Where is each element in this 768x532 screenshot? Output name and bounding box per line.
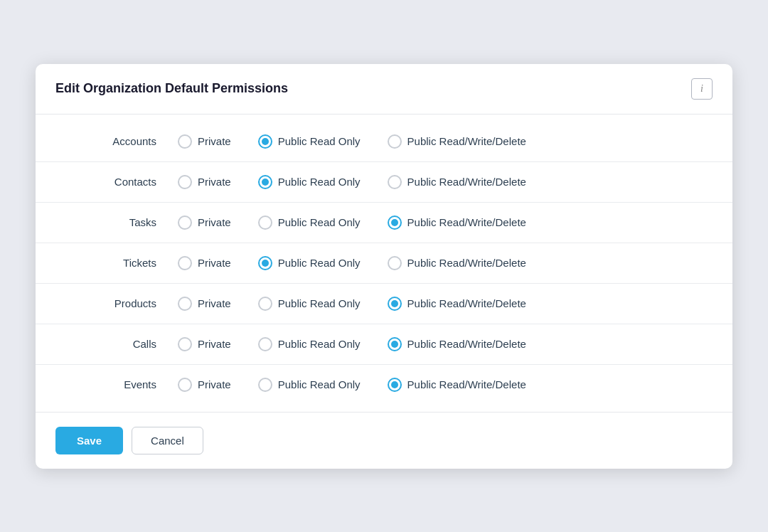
options-contacts: PrivatePublic Read OnlyPublic Read/Write… — [178, 175, 690, 189]
option-contacts-public_read_only[interactable]: Public Read Only — [258, 175, 361, 189]
option-label-products-public_read_only: Public Read Only — [278, 297, 361, 309]
permission-row-tasks: TasksPrivatePublic Read OnlyPublic Read/… — [36, 203, 732, 243]
radio-inner-calls-public_read_write_delete — [391, 341, 398, 348]
radio-tickets-public_read_only — [258, 256, 272, 270]
cancel-button[interactable]: Cancel — [132, 427, 203, 454]
option-label-contacts-private: Private — [198, 176, 231, 188]
radio-tickets-private — [178, 256, 192, 270]
options-tasks: PrivatePublic Read OnlyPublic Read/Write… — [178, 216, 690, 230]
radio-accounts-public_read_write_delete — [388, 134, 402, 149]
option-events-private[interactable]: Private — [178, 378, 231, 392]
radio-products-public_read_only — [258, 297, 272, 311]
option-label-calls-private: Private — [198, 338, 231, 350]
option-label-tasks-private: Private — [198, 216, 231, 228]
permission-row-events: EventsPrivatePublic Read OnlyPublic Read… — [36, 365, 732, 405]
radio-inner-contacts-public_read_only — [262, 179, 269, 186]
option-products-public_read_write_delete[interactable]: Public Read/Write/Delete — [388, 297, 526, 311]
row-label-accounts: Accounts — [78, 135, 156, 147]
radio-inner-tickets-public_read_only — [262, 260, 269, 267]
radio-events-public_read_write_delete — [388, 378, 402, 392]
radio-calls-public_read_only — [258, 337, 272, 351]
option-label-tasks-public_read_write_delete: Public Read/Write/Delete — [407, 216, 526, 228]
option-tasks-public_read_write_delete[interactable]: Public Read/Write/Delete — [388, 216, 526, 230]
row-label-contacts: Contacts — [78, 176, 156, 188]
row-label-products: Products — [78, 297, 156, 309]
option-tickets-public_read_only[interactable]: Public Read Only — [258, 256, 361, 270]
option-calls-private[interactable]: Private — [178, 337, 231, 351]
option-contacts-public_read_write_delete[interactable]: Public Read/Write/Delete — [388, 175, 526, 189]
radio-accounts-public_read_only — [258, 134, 272, 149]
option-tickets-private[interactable]: Private — [178, 256, 231, 270]
option-products-private[interactable]: Private — [178, 297, 231, 311]
options-calls: PrivatePublic Read OnlyPublic Read/Write… — [178, 337, 690, 351]
options-products: PrivatePublic Read OnlyPublic Read/Write… — [178, 297, 690, 311]
option-label-tickets-public_read_only: Public Read Only — [278, 257, 361, 269]
radio-tasks-public_read_write_delete — [388, 216, 402, 230]
option-accounts-public_read_only[interactable]: Public Read Only — [258, 134, 361, 149]
radio-inner-products-public_read_write_delete — [391, 300, 398, 307]
radio-tasks-private — [178, 216, 192, 230]
row-label-tasks: Tasks — [78, 216, 156, 228]
option-tasks-private[interactable]: Private — [178, 216, 231, 230]
option-label-accounts-public_read_only: Public Read Only — [278, 135, 361, 147]
radio-events-public_read_only — [258, 378, 272, 392]
radio-tickets-public_read_write_delete — [388, 256, 402, 270]
option-products-public_read_only[interactable]: Public Read Only — [258, 297, 361, 311]
option-calls-public_read_write_delete[interactable]: Public Read/Write/Delete — [388, 337, 526, 351]
permission-row-tickets: TicketsPrivatePublic Read OnlyPublic Rea… — [36, 243, 732, 284]
radio-tasks-public_read_only — [258, 216, 272, 230]
radio-contacts-public_read_write_delete — [388, 175, 402, 189]
option-accounts-private[interactable]: Private — [178, 134, 231, 149]
option-label-contacts-public_read_only: Public Read Only — [278, 176, 361, 188]
option-label-calls-public_read_only: Public Read Only — [278, 338, 361, 350]
dialog-header: Edit Organization Default Permissions i — [36, 64, 732, 115]
radio-products-private — [178, 297, 192, 311]
options-events: PrivatePublic Read OnlyPublic Read/Write… — [178, 378, 690, 392]
options-tickets: PrivatePublic Read OnlyPublic Read/Write… — [178, 256, 690, 270]
radio-inner-events-public_read_write_delete — [391, 381, 398, 388]
permission-row-contacts: ContactsPrivatePublic Read OnlyPublic Re… — [36, 162, 732, 203]
option-tasks-public_read_only[interactable]: Public Read Only — [258, 216, 361, 230]
option-label-products-private: Private — [198, 297, 231, 309]
radio-products-public_read_write_delete — [388, 297, 402, 311]
dialog-body: AccountsPrivatePublic Read OnlyPublic Re… — [36, 115, 732, 412]
radio-calls-private — [178, 337, 192, 351]
option-accounts-public_read_write_delete[interactable]: Public Read/Write/Delete — [388, 134, 526, 149]
option-events-public_read_write_delete[interactable]: Public Read/Write/Delete — [388, 378, 526, 392]
save-button[interactable]: Save — [55, 427, 123, 454]
edit-permissions-dialog: Edit Organization Default Permissions i … — [36, 64, 732, 469]
option-label-events-private: Private — [198, 378, 231, 390]
radio-events-private — [178, 378, 192, 392]
dialog-title: Edit Organization Default Permissions — [55, 81, 288, 96]
radio-inner-accounts-public_read_only — [262, 138, 269, 145]
row-label-tickets: Tickets — [78, 257, 156, 269]
row-label-events: Events — [78, 378, 156, 390]
options-accounts: PrivatePublic Read OnlyPublic Read/Write… — [178, 134, 690, 149]
option-label-tickets-private: Private — [198, 257, 231, 269]
radio-accounts-private — [178, 134, 192, 149]
option-events-public_read_only[interactable]: Public Read Only — [258, 378, 361, 392]
option-calls-public_read_only[interactable]: Public Read Only — [258, 337, 361, 351]
option-label-calls-public_read_write_delete: Public Read/Write/Delete — [407, 338, 526, 350]
row-label-calls: Calls — [78, 338, 156, 350]
option-label-accounts-public_read_write_delete: Public Read/Write/Delete — [407, 135, 526, 147]
option-label-events-public_read_only: Public Read Only — [278, 378, 361, 390]
option-label-tasks-public_read_only: Public Read Only — [278, 216, 361, 228]
radio-inner-tasks-public_read_write_delete — [391, 219, 398, 226]
permission-row-products: ProductsPrivatePublic Read OnlyPublic Re… — [36, 284, 732, 324]
radio-calls-public_read_write_delete — [388, 337, 402, 351]
permission-row-accounts: AccountsPrivatePublic Read OnlyPublic Re… — [36, 122, 732, 162]
option-contacts-private[interactable]: Private — [178, 175, 231, 189]
radio-contacts-private — [178, 175, 192, 189]
option-tickets-public_read_write_delete[interactable]: Public Read/Write/Delete — [388, 256, 526, 270]
info-button[interactable]: i — [691, 78, 713, 100]
radio-contacts-public_read_only — [258, 175, 272, 189]
permission-row-calls: CallsPrivatePublic Read OnlyPublic Read/… — [36, 324, 732, 365]
option-label-events-public_read_write_delete: Public Read/Write/Delete — [407, 378, 526, 390]
option-label-products-public_read_write_delete: Public Read/Write/Delete — [407, 297, 526, 309]
option-label-contacts-public_read_write_delete: Public Read/Write/Delete — [407, 176, 526, 188]
option-label-accounts-private: Private — [198, 135, 231, 147]
dialog-footer: Save Cancel — [36, 412, 732, 469]
option-label-tickets-public_read_write_delete: Public Read/Write/Delete — [407, 257, 526, 269]
